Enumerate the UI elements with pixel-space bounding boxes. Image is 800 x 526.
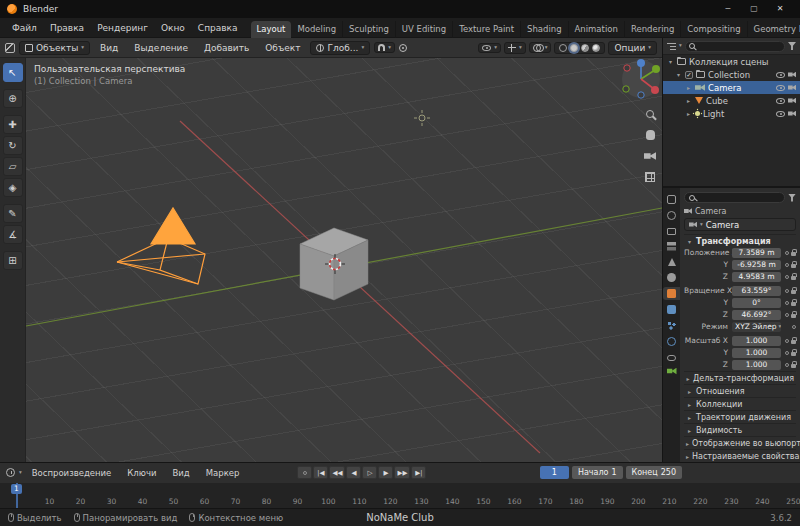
- properties-tab-modifiers[interactable]: [663, 303, 680, 316]
- tool-move[interactable]: ✚: [3, 115, 23, 134]
- lock-icon[interactable]: [791, 276, 796, 280]
- visibility-dropdown[interactable]: ▾: [478, 43, 501, 53]
- frame-end-field[interactable]: Конец 250: [626, 466, 682, 479]
- gizmo-y-axis[interactable]: [652, 65, 660, 73]
- play-button[interactable]: ▷: [362, 466, 377, 479]
- menu-timeline-view[interactable]: Вид: [167, 466, 196, 480]
- menu-viewport-object[interactable]: Объект: [259, 41, 306, 55]
- animate-dot-icon[interactable]: [785, 251, 789, 255]
- menu-window[interactable]: Окно: [155, 21, 191, 35]
- filter-icon[interactable]: [788, 194, 796, 202]
- tool-measure[interactable]: ∡: [3, 225, 23, 244]
- gizmo-x-axis[interactable]: [651, 86, 659, 94]
- workspace-tab-rendering[interactable]: Rendering: [625, 21, 681, 38]
- frame-start-field[interactable]: Начало 1: [572, 466, 623, 479]
- proportional-editing-icon[interactable]: [399, 44, 407, 52]
- rotation-mode-dropdown[interactable]: XYZ Эйлер▾: [732, 322, 781, 332]
- transform-section-header[interactable]: ▾ Трансформация: [684, 234, 796, 247]
- outliner-row-scene-collection[interactable]: ▾ Коллекция сцены: [663, 55, 800, 68]
- properties-tab-constraints[interactable]: [663, 351, 680, 363]
- outliner-row-cube[interactable]: ▸ Cube: [663, 94, 800, 107]
- section-delta-transform[interactable]: ▸ Дельта-трансформация: [684, 371, 796, 384]
- menu-render[interactable]: Рендеринг: [91, 21, 154, 35]
- workspace-tab-modeling[interactable]: Modeling: [291, 21, 343, 38]
- scale-x-field[interactable]: 1.000: [732, 336, 781, 346]
- outliner-row-light[interactable]: ▸ Light: [663, 107, 800, 120]
- menu-edit[interactable]: Правка: [44, 21, 90, 35]
- tool-transform[interactable]: ◈: [3, 178, 23, 197]
- jump-end-button[interactable]: ▶|: [411, 466, 426, 479]
- gizmos-dropdown[interactable]: ▾: [504, 42, 526, 54]
- position-z-field[interactable]: 4.9583 m: [732, 272, 781, 282]
- menu-file[interactable]: Файл: [6, 21, 43, 35]
- properties-tab-object-data[interactable]: [663, 366, 680, 377]
- lock-icon[interactable]: [791, 340, 796, 344]
- section-custom-properties[interactable]: ▸ Настраиваемые свойства: [684, 449, 796, 462]
- expand-icon[interactable]: ▸: [685, 110, 692, 117]
- current-frame-field[interactable]: 1: [540, 466, 569, 479]
- rotation-x-field[interactable]: 63.559°: [732, 286, 781, 296]
- properties-tab-scene[interactable]: [663, 256, 680, 268]
- outliner-search-input[interactable]: [685, 41, 785, 52]
- auto-keying-button[interactable]: [297, 466, 312, 479]
- close-button[interactable]: ✕: [767, 0, 793, 18]
- options-dropdown[interactable]: Опции ▾: [608, 41, 657, 55]
- properties-tab-world[interactable]: [663, 271, 680, 284]
- properties-tab-tool[interactable]: [663, 193, 680, 206]
- workspace-tab-layout[interactable]: Layout: [251, 21, 292, 38]
- timeline-ruler[interactable]: 1 10 20 30 40 50 60 70 80 90 100 110 120…: [0, 483, 800, 508]
- hide-eye-icon[interactable]: [776, 111, 785, 117]
- rotation-z-field[interactable]: 46.692°: [732, 310, 781, 320]
- properties-tab-particles[interactable]: [663, 319, 680, 332]
- menu-keying[interactable]: Ключи: [121, 466, 162, 480]
- expand-icon[interactable]: ▾: [675, 71, 682, 78]
- properties-tab-output[interactable]: [663, 225, 680, 237]
- position-x-field[interactable]: 7.3589 m: [732, 248, 781, 258]
- tool-rotate[interactable]: ↻: [3, 136, 23, 155]
- tool-add-cube[interactable]: ⊞: [3, 251, 23, 270]
- section-collections[interactable]: ▸ Коллекции: [684, 397, 796, 410]
- editor-type-icon[interactable]: [5, 43, 15, 53]
- properties-tab-object[interactable]: [663, 287, 680, 300]
- animate-dot-icon[interactable]: [785, 275, 789, 279]
- workspace-tab-uv-editing[interactable]: UV Editing: [396, 21, 453, 38]
- animate-dot-icon[interactable]: [785, 351, 789, 355]
- outliner-row-collection[interactable]: ▾ ✓ Collection: [663, 68, 800, 81]
- snapping-dropdown[interactable]: ▾: [374, 42, 395, 53]
- section-viewport-display[interactable]: ▸ Отображение во вьюпорте: [684, 436, 796, 449]
- tool-annotate[interactable]: ✎: [3, 204, 23, 223]
- hide-eye-icon[interactable]: [776, 72, 785, 78]
- light-object[interactable]: [414, 110, 430, 126]
- workspace-tab-texture-paint[interactable]: Texture Paint: [453, 21, 521, 38]
- workspace-tab-animation[interactable]: Animation: [569, 21, 625, 38]
- position-y-field[interactable]: -6.9258 m: [732, 260, 781, 270]
- outliner-row-camera[interactable]: ▸ Camera: [663, 81, 800, 94]
- animate-dot-icon[interactable]: [785, 263, 789, 267]
- properties-tab-view-layer[interactable]: [663, 240, 680, 253]
- menu-playback[interactable]: Воспроизведение: [26, 466, 118, 480]
- jump-start-button[interactable]: |◀: [313, 466, 328, 479]
- animate-dot-icon[interactable]: [785, 339, 789, 343]
- toggle-ortho-icon[interactable]: [645, 172, 655, 182]
- transform-orientation-dropdown[interactable]: Глоб... ▾: [310, 41, 370, 55]
- hide-eye-icon[interactable]: [776, 98, 785, 104]
- lock-icon[interactable]: [791, 252, 796, 256]
- shading-solid-icon[interactable]: [570, 44, 578, 52]
- maximize-button[interactable]: ▢: [741, 0, 767, 18]
- zoom-icon[interactable]: [646, 110, 654, 118]
- workspace-tab-compositing[interactable]: Compositing: [681, 21, 747, 38]
- lock-icon[interactable]: [791, 364, 796, 368]
- scale-z-field[interactable]: 1.000: [732, 360, 781, 370]
- section-motion-paths[interactable]: ▸ Траектории движения: [684, 410, 796, 423]
- render-visibility-icon[interactable]: [788, 85, 796, 91]
- render-visibility-icon[interactable]: [788, 98, 796, 104]
- play-reverse-button[interactable]: ◀: [346, 466, 361, 479]
- navigation-gizmo[interactable]: [622, 59, 660, 98]
- hide-eye-icon[interactable]: [776, 85, 785, 91]
- lock-icon[interactable]: [791, 290, 796, 294]
- filter-icon[interactable]: [788, 42, 796, 50]
- prev-keyframe-button[interactable]: ◀◀: [329, 466, 345, 479]
- gizmo-x-neg[interactable]: [624, 65, 630, 71]
- properties-tab-render[interactable]: [663, 209, 680, 222]
- tool-scale[interactable]: ▱: [3, 157, 23, 176]
